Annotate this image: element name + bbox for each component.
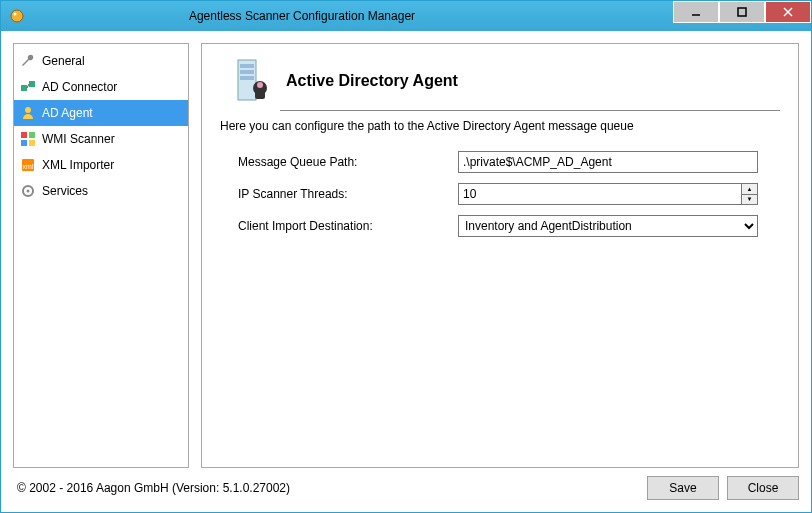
- sidebar-item-ad-connector[interactable]: AD Connector: [14, 74, 188, 100]
- svg-point-9: [25, 107, 31, 113]
- sidebar-item-label: AD Connector: [42, 80, 117, 94]
- threads-up-button[interactable]: ▲: [742, 184, 757, 194]
- destination-label: Client Import Destination:: [238, 219, 458, 233]
- svg-point-0: [11, 10, 23, 22]
- svg-rect-19: [240, 64, 254, 68]
- minimize-button[interactable]: [673, 1, 719, 23]
- threads-down-button[interactable]: ▼: [742, 194, 757, 205]
- svg-line-8: [27, 84, 29, 88]
- sidebar-item-services[interactable]: Services: [14, 178, 188, 204]
- sidebar-item-general[interactable]: General: [14, 48, 188, 74]
- maximize-button[interactable]: [719, 1, 765, 23]
- page-subtitle: Here you can configure the path to the A…: [220, 119, 780, 133]
- sidebar-item-label: WMI Scanner: [42, 132, 115, 146]
- svg-rect-7: [29, 81, 35, 87]
- threads-input[interactable]: [459, 184, 741, 204]
- services-icon: [20, 183, 36, 199]
- ad-agent-icon: [20, 105, 36, 121]
- svg-rect-24: [255, 91, 265, 99]
- page-title: Active Directory Agent: [286, 72, 458, 90]
- message-queue-label: Message Queue Path:: [238, 155, 458, 169]
- svg-rect-10: [21, 132, 27, 138]
- close-dialog-button[interactable]: Close: [727, 476, 799, 500]
- threads-label: IP Scanner Threads:: [238, 187, 458, 201]
- ad-connector-icon: [20, 79, 36, 95]
- sidebar-item-wmi-scanner[interactable]: WMI Scanner: [14, 126, 188, 152]
- destination-select[interactable]: Inventory and AgentDistribution: [458, 215, 758, 237]
- ad-agent-large-icon: [232, 58, 272, 104]
- svg-point-17: [27, 190, 30, 193]
- threads-spinner[interactable]: ▲ ▼: [458, 183, 758, 205]
- save-button[interactable]: Save: [647, 476, 719, 500]
- svg-rect-13: [29, 140, 35, 146]
- sidebar-item-label: Services: [42, 184, 88, 198]
- sidebar-item-ad-agent[interactable]: AD Agent: [14, 100, 188, 126]
- svg-text:xml: xml: [23, 163, 34, 170]
- sidebar-item-label: General: [42, 54, 85, 68]
- title-separator: [280, 110, 780, 111]
- window-title: Agentless Scanner Configuration Manager: [31, 9, 673, 23]
- main-panel: Active Directory Agent Here you can conf…: [201, 43, 799, 468]
- svg-rect-20: [240, 70, 254, 74]
- sidebar-item-xml-importer[interactable]: xml XML Importer: [14, 152, 188, 178]
- message-queue-input[interactable]: [458, 151, 758, 173]
- svg-rect-6: [21, 85, 27, 91]
- app-icon: [9, 8, 25, 24]
- sidebar: General AD Connector AD Agent: [13, 43, 189, 468]
- wmi-scanner-icon: [20, 131, 36, 147]
- svg-rect-3: [738, 8, 746, 16]
- xml-importer-icon: xml: [20, 157, 36, 173]
- sidebar-item-label: XML Importer: [42, 158, 114, 172]
- sidebar-item-label: AD Agent: [42, 106, 93, 120]
- svg-point-1: [14, 13, 17, 16]
- svg-point-23: [257, 82, 263, 88]
- wrench-icon: [20, 53, 36, 69]
- svg-rect-12: [21, 140, 27, 146]
- close-button[interactable]: [765, 1, 811, 23]
- svg-rect-11: [29, 132, 35, 138]
- svg-rect-21: [240, 76, 254, 80]
- titlebar: Agentless Scanner Configuration Manager: [1, 1, 811, 31]
- copyright-text: © 2002 - 2016 Aagon GmbH (Version: 5.1.0…: [17, 481, 639, 495]
